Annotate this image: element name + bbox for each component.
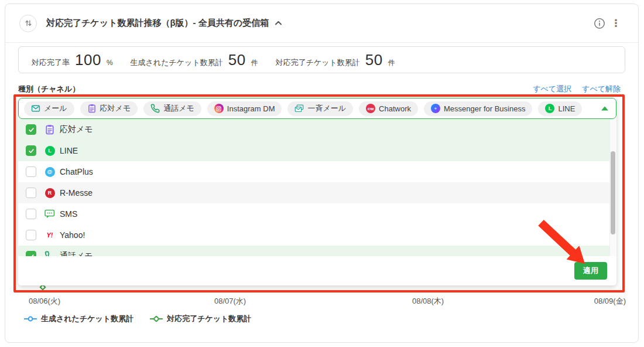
stat-value: 100 — [75, 51, 101, 69]
sms-icon — [44, 209, 55, 219]
channel-option[interactable]: LLINE — [18, 140, 609, 161]
channel-option[interactable]: RR-Messe — [18, 182, 609, 203]
stat-item: 生成されたチケット数累計50件 — [131, 51, 258, 69]
channel-chip[interactable]: 一斉メール — [287, 101, 353, 116]
apply-button[interactable]: 適用 — [574, 262, 607, 280]
stat-unit: 件 — [251, 58, 258, 68]
instagram-icon — [214, 104, 224, 113]
yahoo-icon: Y! — [44, 230, 55, 240]
chip-label: 通話メモ — [163, 103, 194, 114]
stat-label: 対応完了チケット数累計 — [276, 57, 360, 68]
checkbox[interactable] — [26, 230, 36, 240]
stat-unit: % — [107, 59, 113, 67]
option-label: ChatPlus — [60, 167, 93, 176]
stat-unit: 件 — [388, 58, 395, 68]
channel-chip[interactable]: 通話メモ — [143, 101, 201, 116]
sort-order-icon[interactable] — [19, 15, 37, 32]
channel-option[interactable]: SMS — [18, 203, 609, 224]
stat-item: 対応完了率100% — [32, 51, 113, 69]
collapse-caret-icon[interactable] — [601, 107, 608, 111]
option-label: SMS — [60, 209, 77, 219]
option-label: 応対メモ — [60, 124, 93, 135]
legend-label: 生成されたチケット数累計 — [41, 314, 133, 324]
option-label: Yahoo! — [60, 230, 85, 240]
chatwork-icon: cw — [366, 104, 375, 113]
checkbox[interactable] — [26, 251, 36, 256]
stat-item: 対応完了チケット数累計50件 — [276, 51, 395, 69]
checkbox[interactable] — [26, 124, 36, 135]
chart-x-axis: 08/06(火)08/07(水)08/08(木)08/09(金) — [5, 296, 638, 307]
chip-label: 応対メモ — [100, 103, 131, 114]
filter-header-row: 種別（チャネル） すべて選択 すべて解除 — [18, 84, 621, 94]
stat-value: 50 — [228, 51, 246, 69]
channel-dropdown-panel: メール応対メモ通話メモInstagram DM一斉メールcwChatworkMe… — [18, 98, 616, 285]
bulk-mail-icon — [294, 104, 304, 113]
stats-bar: 対応完了率100%生成されたチケット数累計50件対応完了チケット数累計50件 — [18, 46, 625, 73]
scrollbar-thumb[interactable] — [611, 151, 615, 234]
legend-marker-icon — [150, 316, 163, 322]
reply-memo-icon — [87, 104, 97, 113]
scrollbar-track[interactable] — [609, 119, 616, 256]
stat-value: 50 — [365, 51, 383, 69]
line-icon: L — [44, 145, 55, 156]
channel-chip[interactable]: cwChatwork — [359, 101, 418, 116]
chip-label: Instagram DM — [227, 104, 275, 113]
chip-label: Chatwork — [379, 104, 411, 113]
channel-option[interactable]: 通話メモ — [18, 246, 609, 256]
stat-label: 生成されたチケット数累計 — [131, 57, 223, 68]
chart-legend: 生成されたチケット数累計対応完了チケット数累計 — [24, 314, 251, 324]
legend-marker-icon — [24, 316, 37, 322]
line-icon: L — [545, 104, 554, 113]
channel-chip[interactable]: LLINE — [538, 101, 582, 116]
chip-label: 一斉メール — [307, 103, 346, 114]
chip-label: メール — [44, 103, 67, 114]
channel-option[interactable]: @ChatPlus — [18, 161, 609, 182]
filter-label: 種別（チャネル） — [18, 84, 80, 94]
checkbox[interactable] — [26, 145, 36, 156]
deselect-all-link[interactable]: すべて解除 — [582, 84, 621, 94]
info-icon[interactable] — [591, 15, 608, 32]
chip-label: Messenger for Business — [444, 104, 525, 113]
chip-label: LINE — [558, 104, 575, 113]
reply-memo-icon — [44, 124, 55, 135]
dropdown-footer: 適用 — [18, 256, 616, 285]
call-memo-icon — [44, 251, 55, 256]
widget-title: 対応完了チケット数累計推移（β版）- 全員共有の受信箱 — [46, 18, 269, 29]
channel-chip[interactable]: Messenger for Business — [424, 101, 532, 116]
report-widget-card: 対応完了チケット数累計推移（β版）- 全員共有の受信箱 ⋮ 対応完了率100%生… — [5, 4, 639, 343]
x-axis-label: 08/07(水) — [214, 296, 246, 307]
channel-option[interactable]: Y!Yahoo! — [18, 224, 609, 246]
stat-label: 対応完了率 — [32, 57, 70, 68]
mail-icon — [31, 104, 40, 113]
messenger-icon — [431, 104, 440, 113]
x-axis-label: 08/06(火) — [29, 296, 60, 307]
option-label: LINE — [60, 146, 78, 155]
widget-header: 対応完了チケット数累計推移（β版）- 全員共有の受信箱 ⋮ — [5, 4, 638, 43]
legend-label: 対応完了チケット数累計 — [167, 314, 251, 324]
checkbox[interactable] — [26, 209, 36, 219]
collapse-chevron-icon[interactable] — [275, 21, 282, 26]
selected-channels-bar[interactable]: メール応対メモ通話メモInstagram DM一斉メールcwChatworkMe… — [18, 98, 616, 119]
channel-chip[interactable]: Instagram DM — [207, 101, 282, 116]
checkbox[interactable] — [26, 188, 36, 198]
legend-item: 生成されたチケット数累計 — [24, 314, 133, 324]
kebab-menu-icon[interactable]: ⋮ — [608, 15, 624, 32]
channel-option[interactable]: 応対メモ — [18, 119, 609, 140]
chatplus-icon: @ — [44, 166, 55, 177]
checkbox[interactable] — [26, 166, 36, 177]
channel-chip[interactable]: 応対メモ — [80, 101, 138, 116]
option-label: R-Messe — [60, 188, 93, 198]
call-memo-icon — [150, 104, 160, 113]
rmesse-icon: R — [44, 188, 55, 198]
legend-item: 対応完了チケット数累計 — [150, 314, 251, 324]
x-axis-label: 08/09(金) — [594, 296, 626, 307]
option-label: 通話メモ — [60, 251, 93, 256]
channel-options-list: 応対メモLLINE@ChatPlusRR-MesseSMSY!Yahoo!通話メ… — [18, 119, 616, 256]
select-all-link[interactable]: すべて選択 — [533, 84, 571, 94]
x-axis-label: 08/08(木) — [412, 296, 444, 307]
channel-chip[interactable]: メール — [24, 101, 74, 116]
